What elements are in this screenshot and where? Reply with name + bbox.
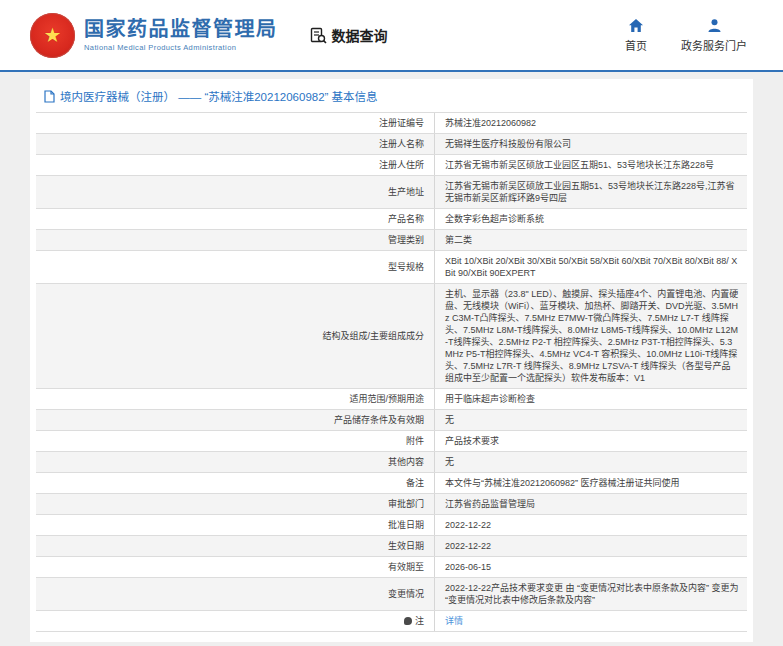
- table-row: 其他内容无: [36, 452, 747, 473]
- row-label-text: 注册人名称: [379, 138, 424, 150]
- row-label-text: 有效期至: [388, 561, 424, 573]
- row-label: 管理类别: [36, 230, 434, 250]
- nav-item-home[interactable]: 首页: [625, 18, 647, 53]
- row-value: 全数字彩色超声诊断系统: [434, 209, 747, 229]
- row-label-text: 注册证编号: [379, 117, 424, 129]
- row-label: 产品名称: [36, 209, 434, 229]
- row-value: 无锡祥生医疗科技股份有限公司: [434, 134, 747, 154]
- nav-item-gov-portal[interactable]: 政务服务门户: [681, 18, 747, 53]
- table-row: 注册人名称无锡祥生医疗科技股份有限公司: [36, 134, 747, 155]
- row-label-text: 产品储存条件及有效期: [334, 414, 424, 426]
- site-title: 国家药品监督管理局: [84, 18, 278, 41]
- row-value: 苏械注准20212060982: [434, 113, 747, 133]
- row-value-text: 江苏省无锡市新吴区硕放工业园五期51、53号地块长江东路228号,江苏省无锡市新…: [445, 180, 739, 204]
- table-row: 变更情况2022-12-22产品技术要求变更 由 “变更情况对比表中原条款及内容…: [36, 578, 747, 611]
- row-label-text: 备注: [406, 477, 424, 489]
- table-row: 产品名称全数字彩色超声诊断系统: [36, 209, 747, 230]
- row-value-text: 第二类: [445, 234, 472, 246]
- breadcrumb: 境内医疗器械（注册） —— “苏械注准20212060982” 基本信息: [36, 79, 747, 112]
- info-table: 注册证编号苏械注准20212060982注册人名称无锡祥生医疗科技股份有限公司注…: [36, 112, 747, 632]
- site-header: ★ 国家药品监督管理局 National Medical Products Ad…: [0, 0, 783, 70]
- row-label: 产品储存条件及有效期: [36, 410, 434, 430]
- row-value-text: 2026-06-15: [445, 561, 491, 573]
- row-value-text: 江苏省药品监督管理局: [445, 498, 535, 510]
- row-label-text: 管理类别: [388, 234, 424, 246]
- row-value-text: 2022-12-22产品技术要求变更 由 “变更情况对比表中原条款及内容” 变更…: [445, 582, 739, 606]
- row-value-text: 全数字彩色超声诊断系统: [445, 213, 544, 225]
- table-row: 备注本文件与“苏械注准20212060982” 医疗器械注册证共同使用: [36, 473, 747, 494]
- page: ★ 国家药品监督管理局 National Medical Products Ad…: [0, 0, 783, 646]
- user-icon: [707, 18, 722, 33]
- row-value: 2026-06-15: [434, 557, 747, 577]
- row-label-text: 结构及组成/主要组成成分: [322, 330, 424, 342]
- home-icon: [628, 18, 644, 33]
- row-value-text: 无锡祥生医疗科技股份有限公司: [445, 138, 571, 150]
- table-row: 结构及组成/主要组成成分主机、显示器（23.8" LED）、触摸屏、探头插座4个…: [36, 284, 747, 389]
- table-row: 产品储存条件及有效期无: [36, 410, 747, 431]
- row-label: 备注: [36, 473, 434, 493]
- document-icon: [44, 90, 55, 103]
- row-value-text: 无: [445, 414, 454, 426]
- site-subtitle: National Medical Products Administration: [84, 43, 278, 52]
- row-value: 2022-12-22: [434, 515, 747, 535]
- row-label-text: 型号规格: [388, 261, 424, 273]
- row-label-text: 审批部门: [388, 498, 424, 510]
- star-icon: ★: [44, 25, 62, 45]
- row-value: 详情: [434, 611, 747, 631]
- top-nav: 首页 政务服务门户: [625, 18, 747, 53]
- row-label: 审批部门: [36, 494, 434, 514]
- row-value: 江苏省无锡市新吴区硕放工业园区五期51、53号地块长江东路228号: [434, 155, 747, 175]
- row-value: 江苏省无锡市新吴区硕放工业园五期51、53号地块长江东路228号,江苏省无锡市新…: [434, 176, 747, 208]
- row-label: 其他内容: [36, 452, 434, 472]
- row-value-text: 苏械注准20212060982: [445, 117, 536, 129]
- nav-label-gov-portal: 政务服务门户: [681, 37, 747, 53]
- row-value-text: 无: [445, 456, 454, 468]
- data-query-label: 数据查询: [332, 25, 388, 45]
- row-label: 注: [36, 611, 434, 631]
- row-value-text: 本文件与“苏械注准20212060982” 医疗器械注册证共同使用: [445, 477, 680, 489]
- row-value: XBit 10/XBit 20/XBit 30/XBit 50/XBit 58/…: [434, 251, 747, 283]
- row-value-text: 产品技术要求: [445, 435, 499, 447]
- row-value-text: 用于临床超声诊断检查: [445, 393, 535, 405]
- table-row: 审批部门江苏省药品监督管理局: [36, 494, 747, 515]
- row-value: 第二类: [434, 230, 747, 250]
- nav-label-home: 首页: [625, 37, 647, 53]
- table-row: 批准日期2022-12-22: [36, 515, 747, 536]
- row-label: 结构及组成/主要组成成分: [36, 284, 434, 388]
- row-label: 型号规格: [36, 251, 434, 283]
- row-value-text: 2022-12-22: [445, 519, 491, 531]
- row-label-text: 生效日期: [388, 540, 424, 552]
- row-label: 生产地址: [36, 176, 434, 208]
- table-row: 注详情: [36, 611, 747, 632]
- row-value-text: XBit 10/XBit 20/XBit 30/XBit 50/XBit 58/…: [445, 255, 739, 279]
- row-value-text: 主机、显示器（23.8" LED）、触摸屏、探头插座4个、内置锂电池、内置硬盘、…: [445, 288, 739, 384]
- table-row: 注册人住所江苏省无锡市新吴区硕放工业园区五期51、53号地块长江东路228号: [36, 155, 747, 176]
- detail-link[interactable]: 详情: [445, 615, 463, 627]
- row-value-text: 2022-12-22: [445, 540, 491, 552]
- row-value: 江苏省药品监督管理局: [434, 494, 747, 514]
- row-label-text: 产品名称: [388, 213, 424, 225]
- row-label: 附件: [36, 431, 434, 451]
- row-label: 批准日期: [36, 515, 434, 535]
- table-row: 管理类别第二类: [36, 230, 747, 251]
- table-row: 生效日期2022-12-22: [36, 536, 747, 557]
- row-value: 主机、显示器（23.8" LED）、触摸屏、探头插座4个、内置锂电池、内置硬盘、…: [434, 284, 747, 388]
- row-value-text: 江苏省无锡市新吴区硕放工业园区五期51、53号地块长江东路228号: [445, 159, 714, 171]
- row-label: 生效日期: [36, 536, 434, 556]
- row-label-text: 适用范围/预期用途: [349, 393, 424, 405]
- row-label: 有效期至: [36, 557, 434, 577]
- note-icon: [404, 617, 412, 625]
- row-value: 用于临床超声诊断检查: [434, 389, 747, 409]
- row-label-text: 生产地址: [388, 186, 424, 198]
- row-value: 无: [434, 452, 747, 472]
- table-row: 型号规格XBit 10/XBit 20/XBit 30/XBit 50/XBit…: [36, 251, 747, 284]
- row-label: 变更情况: [36, 578, 434, 610]
- doc-search-icon: [310, 27, 327, 44]
- row-label: 注册人名称: [36, 134, 434, 154]
- table-row: 适用范围/预期用途用于临床超声诊断检查: [36, 389, 747, 410]
- row-label-text: 批准日期: [388, 519, 424, 531]
- table-row: 注册证编号苏械注准20212060982: [36, 112, 747, 134]
- detail-card: 境内医疗器械（注册） —— “苏械注准20212060982” 基本信息 注册证…: [30, 79, 753, 642]
- data-query-button[interactable]: 数据查询: [310, 25, 388, 45]
- content-area: 境内医疗器械（注册） —— “苏械注准20212060982” 基本信息 注册证…: [0, 72, 783, 642]
